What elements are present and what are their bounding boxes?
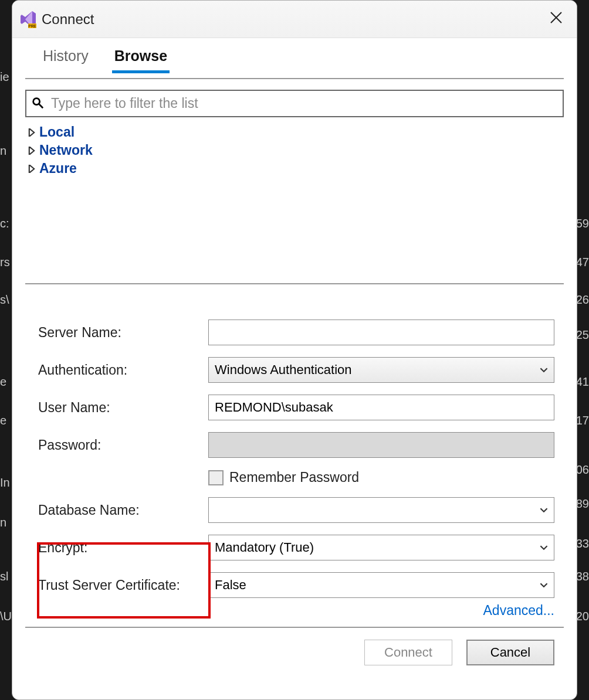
backdrop-text: 17 — [576, 414, 589, 427]
tree-item-local[interactable]: Local — [28, 123, 564, 141]
row-user-name: User Name: — [35, 395, 554, 420]
row-password: Password: — [35, 432, 554, 458]
backdrop-text: rs — [0, 256, 10, 269]
backdrop-text: ie — [0, 70, 9, 84]
label-trust-cert: Trust Server Certificate: — [35, 577, 208, 593]
chevron-right-icon — [28, 128, 36, 137]
backdrop-text: 89 — [576, 497, 589, 511]
titlebar: PRE Connect — [12, 1, 577, 38]
label-authentication: Authentication: — [35, 362, 208, 378]
row-database-name: Database Name: — [35, 497, 554, 523]
divider — [25, 78, 564, 79]
tab-browse[interactable]: Browse — [112, 44, 170, 73]
backdrop-text: sl — [0, 570, 8, 583]
encrypt-value: Mandatory (True) — [215, 540, 314, 555]
chevron-down-icon — [540, 581, 548, 589]
backdrop-text: n — [0, 144, 6, 158]
backdrop-text: 20 — [576, 610, 589, 623]
chevron-down-icon — [540, 366, 548, 374]
backdrop-text: \U — [0, 610, 12, 623]
backdrop-text: e — [0, 414, 6, 427]
row-remember-password: Remember Password — [35, 470, 554, 485]
backdrop-text: 06 — [576, 463, 589, 477]
close-button[interactable] — [543, 5, 570, 33]
tab-history[interactable]: History — [40, 44, 91, 73]
password-input — [208, 432, 554, 458]
divider — [25, 283, 564, 284]
tabs: History Browse — [25, 38, 564, 73]
backdrop-text: n — [0, 516, 6, 529]
label-encrypt: Encrypt: — [35, 540, 208, 556]
svg-text:PRE: PRE — [28, 23, 36, 28]
dialog-title: Connect — [42, 11, 94, 28]
tree-item-azure[interactable]: Azure — [28, 159, 564, 178]
tree-label: Azure — [39, 161, 77, 176]
label-user-name: User Name: — [35, 400, 208, 416]
server-name-input[interactable] — [208, 320, 554, 345]
dialog-footer: Connect Cancel — [25, 628, 564, 677]
backdrop-text: 25 — [576, 328, 589, 342]
backdrop-text: e — [0, 375, 6, 389]
cancel-button[interactable]: Cancel — [466, 640, 554, 665]
encrypt-combo[interactable]: Mandatory (True) — [208, 535, 554, 560]
filter-box[interactable] — [25, 90, 564, 117]
connect-dialog: PRE Connect History Browse Local — [12, 0, 577, 700]
backdrop-text: c: — [0, 217, 9, 230]
advanced-link[interactable]: Advanced... — [483, 603, 554, 618]
row-server-name: Server Name: — [35, 320, 554, 345]
connection-form: Server Name: Authentication: Windows Aut… — [25, 320, 564, 598]
filter-input[interactable] — [48, 93, 558, 114]
svg-line-3 — [39, 104, 43, 107]
backdrop-text: 33 — [576, 537, 589, 551]
row-encrypt: Encrypt: Mandatory (True) — [35, 535, 554, 560]
svg-point-2 — [33, 98, 40, 104]
backdrop-text: s\ — [0, 293, 9, 307]
server-tree: Local Network Azure — [25, 123, 564, 178]
row-trust-cert: Trust Server Certificate: False — [35, 572, 554, 598]
search-icon — [31, 96, 48, 111]
tree-item-network[interactable]: Network — [28, 141, 564, 159]
close-icon — [550, 11, 563, 24]
connect-button[interactable]: Connect — [364, 640, 452, 665]
label-password: Password: — [35, 437, 208, 453]
database-name-combo[interactable] — [208, 497, 554, 523]
label-database-name: Database Name: — [35, 502, 208, 518]
tree-label: Local — [39, 124, 75, 140]
row-authentication: Authentication: Windows Authentication — [35, 357, 554, 383]
backdrop-text: 26 — [576, 293, 589, 307]
backdrop-text: 47 — [576, 256, 589, 269]
backdrop-text: 38 — [576, 570, 589, 583]
label-server-name: Server Name: — [35, 325, 208, 341]
backdrop-text: 41 — [576, 375, 589, 389]
chevron-right-icon — [28, 147, 36, 155]
backdrop-text: In — [0, 476, 10, 490]
trust-cert-value: False — [215, 577, 246, 593]
label-remember-password: Remember Password — [229, 470, 359, 485]
chevron-down-icon — [540, 506, 548, 514]
trust-cert-combo[interactable]: False — [208, 572, 554, 598]
authentication-value: Windows Authentication — [215, 362, 352, 378]
advanced-row: Advanced... — [25, 598, 564, 619]
chevron-right-icon — [28, 165, 36, 173]
remember-password-checkbox[interactable] — [208, 470, 224, 485]
authentication-select[interactable]: Windows Authentication — [208, 357, 554, 383]
chevron-down-icon — [540, 543, 548, 552]
visual-studio-pre-icon: PRE — [19, 10, 38, 29]
backdrop-text: 59 — [576, 217, 589, 230]
user-name-input[interactable] — [208, 395, 554, 420]
tree-label: Network — [39, 142, 93, 158]
